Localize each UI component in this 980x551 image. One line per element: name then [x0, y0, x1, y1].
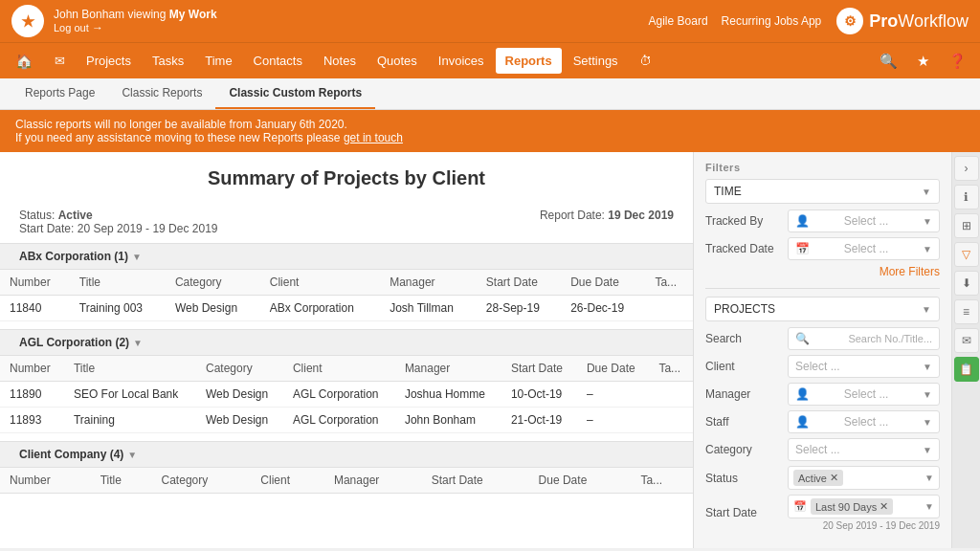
start-date-badge: Last 90 Days ✕: [811, 498, 893, 515]
nav-right-icons: 🔍 ★ ❓: [872, 47, 974, 76]
start-date-row: Start Date 📅 Last 90 Days ✕ ▼ 20 Sep 201…: [705, 495, 940, 531]
info-button[interactable]: ℹ: [954, 185, 979, 209]
email-button[interactable]: ✉: [954, 328, 979, 353]
group-client-company[interactable]: Client Company (4) ▼: [0, 441, 693, 467]
projects-label: PROJECTS: [714, 302, 775, 316]
download-button[interactable]: ⬇: [954, 271, 979, 296]
staff-input[interactable]: 👤 Select ... ▼: [788, 410, 940, 433]
report-meta: Status: Active Start Date: 20 Sep 2019 -…: [19, 209, 674, 235]
search-placeholder: Search No./Title...: [848, 333, 932, 344]
report-meta-right: Report Date: 19 Dec 2019: [540, 209, 674, 235]
manager-label: Manager: [705, 387, 782, 401]
top-header: ★ John Bonham viewing My Work Log out → …: [0, 0, 980, 42]
nav-contacts[interactable]: Contacts: [244, 48, 312, 74]
start-date-input[interactable]: 📅 Last 90 Days ✕ ▼: [788, 495, 940, 518]
col-client: Client: [260, 270, 380, 296]
start-date-value: 20 Sep 2019 - 19 Dec 2019: [78, 222, 218, 235]
tracked-by-input[interactable]: 👤 Select ... ▼: [788, 209, 940, 232]
report-date-value: 19 Dec 2019: [608, 209, 674, 222]
get-in-touch-link[interactable]: get in touch: [344, 131, 403, 144]
nav-reports[interactable]: Reports: [496, 48, 562, 74]
col-client: Client: [283, 356, 395, 382]
cell-manager: Josh Tillman: [380, 296, 477, 321]
brand-logo: ⚙: [836, 8, 863, 34]
cell-number: 11890: [0, 382, 64, 408]
client-input[interactable]: Select ... ▼: [788, 355, 940, 378]
tracked-date-row: Tracked Date 📅 Select ... ▼: [705, 237, 940, 260]
person-icon-2: 👤: [795, 387, 810, 401]
nav-settings[interactable]: Settings: [564, 48, 628, 74]
time-label: TIME: [714, 185, 742, 198]
more-filters-link[interactable]: More Filters: [705, 265, 940, 278]
expand-button[interactable]: ›: [954, 156, 979, 181]
time-filter-dropdown[interactable]: TIME ▼: [705, 179, 940, 204]
staff-row: Staff 👤 Select ... ▼: [705, 410, 940, 433]
status-row: Status Active ✕ ▼: [705, 466, 940, 490]
nav-invoices[interactable]: Invoices: [429, 48, 494, 74]
category-input[interactable]: Select ... ▼: [788, 438, 940, 461]
group-client-company-chevron: ▼: [127, 450, 137, 460]
client-label: Client: [705, 360, 782, 373]
table-row: 11840 Training 003 Web Design ABx Corpor…: [0, 296, 693, 321]
start-date-close-icon[interactable]: ✕: [880, 500, 888, 513]
header-left: ★ John Bonham viewing My Work Log out →: [11, 5, 217, 37]
col-due-date: Due Date: [577, 356, 649, 382]
cell-title: SEO For Local Bank: [64, 382, 196, 408]
start-date-value: Last 90 Days: [815, 501, 877, 513]
recurring-jobs-link[interactable]: Recurring Jobs App: [722, 14, 822, 28]
tracked-date-chevron: ▼: [923, 244, 932, 254]
sub-tabs: Reports Page Classic Reports Classic Cus…: [0, 78, 980, 110]
help-icon[interactable]: ❓: [941, 47, 974, 76]
cell-client: ABx Corporation: [260, 296, 380, 321]
cell-due: 26-Dec-19: [561, 296, 645, 321]
status-close-icon[interactable]: ✕: [830, 472, 838, 484]
search-input[interactable]: 🔍 Search No./Title...: [788, 327, 940, 350]
filters-sidebar: Filters TIME ▼ Tracked By 👤 Select ... ▼…: [693, 152, 951, 548]
status-badge: Active ✕: [793, 470, 843, 486]
projects-filter-dropdown[interactable]: PROJECTS ▼: [705, 297, 940, 321]
category-row: Category Select ... ▼: [705, 438, 940, 461]
cell-due: –: [577, 382, 649, 408]
nav-bar: 🏠 ✉ Projects Tasks Time Contacts Notes Q…: [0, 42, 980, 78]
group-abx[interactable]: ABx Corporation (1) ▼: [0, 243, 693, 269]
col-manager: Manager: [324, 468, 422, 494]
alert-banner: Classic reports will no longer be availa…: [0, 110, 980, 152]
alert-line2: If you need any assistance moving to the…: [15, 131, 965, 144]
client-placeholder: Select ...: [795, 360, 840, 373]
search-row: Search 🔍 Search No./Title...: [705, 327, 940, 350]
nav-projects[interactable]: Projects: [77, 48, 141, 74]
status-value: Active: [58, 209, 93, 222]
tracked-by-chevron: ▼: [923, 216, 932, 227]
tab-reports-page[interactable]: Reports Page: [11, 78, 108, 109]
manager-input[interactable]: 👤 Select ... ▼: [788, 383, 940, 406]
grid-button[interactable]: ⊞: [954, 213, 979, 238]
tab-classic-reports[interactable]: Classic Reports: [108, 78, 215, 109]
nav-mail[interactable]: ✉: [45, 48, 75, 74]
logout-link[interactable]: Log out: [54, 22, 89, 33]
brand-post: Workflow: [898, 11, 969, 31]
cell-number: 11840: [0, 296, 70, 321]
manager-row: Manager 👤 Select ... ▼: [705, 383, 940, 406]
user-target: My Work: [169, 8, 217, 21]
col-ta: Ta...: [645, 270, 693, 296]
agile-board-link[interactable]: Agile Board: [649, 14, 708, 28]
nav-tasks[interactable]: Tasks: [143, 48, 193, 74]
nav-clock[interactable]: ⏱: [630, 48, 661, 74]
status-input[interactable]: Active ✕ ▼: [788, 466, 940, 490]
filter-button[interactable]: ▽: [954, 242, 979, 267]
tracked-date-input[interactable]: 📅 Select ... ▼: [788, 237, 940, 260]
nav-notes[interactable]: Notes: [314, 48, 366, 74]
nav-home[interactable]: 🏠: [6, 47, 43, 76]
clipboard-button[interactable]: 📋: [954, 357, 979, 382]
category-label: Category: [705, 443, 782, 456]
tab-classic-custom-reports[interactable]: Classic Custom Reports: [215, 78, 375, 109]
star-icon[interactable]: ★: [909, 47, 937, 76]
staff-chevron: ▼: [923, 417, 932, 428]
nav-time[interactable]: Time: [195, 48, 241, 74]
search-icon[interactable]: 🔍: [872, 47, 905, 76]
nav-quotes[interactable]: Quotes: [368, 48, 427, 74]
list-button[interactable]: ≡: [954, 299, 979, 324]
group-agl[interactable]: AGL Corporation (2) ▼: [0, 329, 693, 355]
user-action: viewing: [127, 8, 166, 21]
col-title: Title: [91, 468, 152, 494]
